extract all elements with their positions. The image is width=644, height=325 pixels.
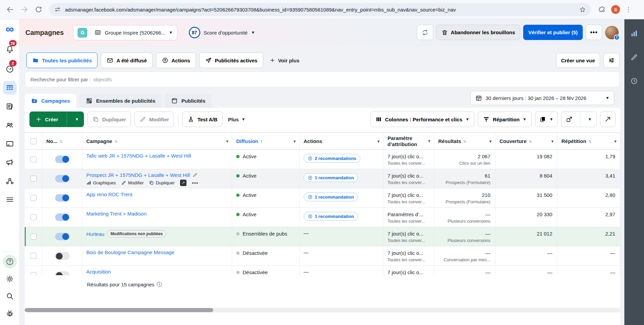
recommendations-pill[interactable]: 2 recommandations xyxy=(304,154,360,163)
row-checkbox[interactable] xyxy=(30,156,37,162)
chevron-down-icon[interactable]: ▼ xyxy=(70,117,84,122)
sidebar-item-notifications[interactable]: 28 xyxy=(3,42,17,56)
open-in-new-icon[interactable]: ↗ xyxy=(180,180,186,186)
rail-item-insights[interactable] xyxy=(627,27,641,40)
filter-pill-4[interactable]: Publicités actives xyxy=(199,53,263,68)
url-text[interactable]: adsmanager.facebook.com/adsmanager/manag… xyxy=(65,7,579,13)
export-button[interactable]: ▼ xyxy=(561,111,597,127)
filter-caret-icon[interactable]: ▼ xyxy=(225,139,229,143)
date-range-selector[interactable]: 30 derniers jours : 30 jan 2026 – 28 fév… xyxy=(470,91,614,105)
campaign-toggle[interactable] xyxy=(55,175,69,182)
rail-item-history[interactable] xyxy=(627,74,641,88)
select-all-checkbox[interactable] xyxy=(30,138,37,144)
recommendations-pill[interactable]: 1 recommandation xyxy=(304,173,358,182)
more-options-button[interactable]: ••• xyxy=(586,25,602,40)
opportunity-score[interactable]: 87 Score d’opportunité ▼ xyxy=(189,27,255,38)
filter-caret-icon[interactable]: ▼ xyxy=(427,139,431,143)
row-checkbox[interactable] xyxy=(30,214,37,220)
trends-button[interactable] xyxy=(600,111,616,127)
row-action-dupliquer[interactable]: Dupliquer xyxy=(149,180,175,185)
tab-publicit-s[interactable]: Publicités xyxy=(165,94,212,108)
campaign-toggle[interactable] xyxy=(55,156,69,163)
bookmark-star-icon[interactable] xyxy=(579,6,586,13)
row-more-icon[interactable]: ••• xyxy=(192,180,198,186)
row-checkbox[interactable] xyxy=(30,233,37,240)
refresh-button[interactable] xyxy=(417,25,433,40)
column-header-couverture[interactable]: Couverture↑↓▼ xyxy=(495,133,557,149)
sidebar-item-billing[interactable] xyxy=(3,137,17,150)
browser-menu-icon[interactable]: ⋮ xyxy=(625,6,631,13)
rail-item-edit[interactable] xyxy=(627,50,641,64)
column-header-r-sultats[interactable]: Résultats↑↓▼ xyxy=(434,133,495,149)
campaign-link[interactable]: App reno RDC Trent xyxy=(86,191,132,197)
row-checkbox[interactable] xyxy=(30,176,37,182)
address-bar[interactable]: adsmanager.facebook.com/adsmanager/manag… xyxy=(49,3,591,16)
campaign-toggle[interactable] xyxy=(55,194,69,202)
sidebar-item-audiences[interactable] xyxy=(3,118,17,132)
sidebar-item-ads-manager[interactable] xyxy=(3,81,17,95)
meta-logo[interactable]: ∞ xyxy=(5,21,14,36)
row-checkbox[interactable] xyxy=(30,253,37,259)
columns-button[interactable]: Colonnes : Performance et clics ▼ xyxy=(370,111,474,127)
row-action-modifier[interactable]: Modifier xyxy=(121,180,143,185)
tab-ensembles-de-publicit-s[interactable]: Ensembles de publicités xyxy=(80,94,161,108)
forward-icon[interactable] xyxy=(20,5,28,14)
filter-caret-icon[interactable]: ▼ xyxy=(377,139,380,143)
filter-caret-icon[interactable]: ▼ xyxy=(489,139,492,143)
info-icon[interactable]: ⓘ xyxy=(157,281,162,288)
recommendations-pill[interactable]: 1 recommandation xyxy=(304,212,358,221)
discard-drafts-button[interactable]: Abandonner les brouillons xyxy=(436,25,520,40)
recommendations-pill[interactable]: 1 recommandation xyxy=(304,192,358,201)
filter-pill-3[interactable]: Actions xyxy=(156,53,196,68)
campaign-link[interactable]: Hurteau xyxy=(86,231,104,237)
sidebar-item-account-overview[interactable]: 2 xyxy=(3,62,17,76)
campaign-link[interactable]: Tafic web JR + 1575NDG + Lasalle + West … xyxy=(86,153,191,159)
search-filter-bar[interactable]: Recherche pour filtrer par : objectifs xyxy=(25,72,620,87)
more-actions-button[interactable]: Plus ▼ xyxy=(226,117,248,122)
reports-button[interactable]: ▼ xyxy=(535,111,558,127)
sidebar-item-ads-settings[interactable] xyxy=(3,156,17,169)
column-header-actions[interactable]: Actions▼ xyxy=(299,133,383,149)
duplicate-button[interactable]: Dupliquer xyxy=(87,111,131,127)
filter-caret-icon[interactable]: ▼ xyxy=(551,139,554,143)
reload-icon[interactable] xyxy=(35,5,43,14)
row-action-graphiques[interactable]: Graphiques xyxy=(86,180,116,185)
column-header-diffusion[interactable]: Diffusion↑▼ xyxy=(232,133,299,149)
browser-profile-avatar[interactable]: S xyxy=(611,5,620,14)
campaign-toggle[interactable] xyxy=(55,252,69,260)
sidebar-item-settings[interactable] xyxy=(3,272,17,286)
campaign-link[interactable]: Prospect JR + 1575NDG + Lasalle + West H… xyxy=(86,172,190,178)
filter-caret-icon[interactable]: ▼ xyxy=(614,139,617,143)
campaign-toggle[interactable] xyxy=(55,233,69,240)
extensions-icon[interactable] xyxy=(598,6,606,13)
sidebar-item-report-problem[interactable] xyxy=(3,307,17,320)
ad-account-selector[interactable]: G Groupe Inspire (5206266... ▼ xyxy=(73,25,177,40)
review-publish-button[interactable]: Vérifier et publier (5) xyxy=(523,25,583,40)
chevron-down-icon[interactable]: ▼ xyxy=(583,117,596,122)
campaign-link[interactable]: Acquisition xyxy=(86,269,111,275)
edit-button[interactable]: Modifier xyxy=(134,111,174,127)
filter-pill-1[interactable]: Toutes les publicités xyxy=(26,53,97,68)
create-view-button[interactable]: Créer une vue xyxy=(556,53,600,68)
sidebar-item-all-tools[interactable] xyxy=(3,193,17,206)
column-header-param-tre-d-attribution[interactable]: Paramètre d’attribution▼ xyxy=(383,133,434,149)
see-more-filters-button[interactable]: Voir plus xyxy=(269,57,299,63)
campaign-link[interactable]: Marketing Trent + Madison xyxy=(86,211,147,217)
breakdown-button[interactable]: Répartition ▼ xyxy=(478,111,532,127)
row-checkbox[interactable] xyxy=(30,195,37,201)
filter-pill-2[interactable]: A été diffusé xyxy=(101,53,152,68)
campaign-toggle[interactable] xyxy=(55,214,69,221)
filter-caret-icon[interactable]: ▼ xyxy=(293,139,296,143)
scrollbar-thumb[interactable] xyxy=(25,308,213,312)
back-icon[interactable] xyxy=(6,5,14,14)
tab-campagnes[interactable]: Campagnes xyxy=(25,94,76,108)
sidebar-item-help[interactable] xyxy=(3,255,17,268)
campaign-link[interactable]: Bois de Boulogne Campagne Message xyxy=(86,249,174,255)
column-header-no[interactable]: No...↑↓ xyxy=(42,133,82,149)
tune-icon[interactable] xyxy=(54,6,61,13)
create-button[interactable]: Créer ▼ xyxy=(29,111,84,127)
ab-test-button[interactable]: Test A/B xyxy=(182,111,222,127)
column-header-r-p-tition[interactable]: Répétition↑↓▼ xyxy=(557,133,620,149)
sidebar-item-pages[interactable] xyxy=(3,100,17,113)
sidebar-item-business-structure[interactable] xyxy=(3,174,17,188)
